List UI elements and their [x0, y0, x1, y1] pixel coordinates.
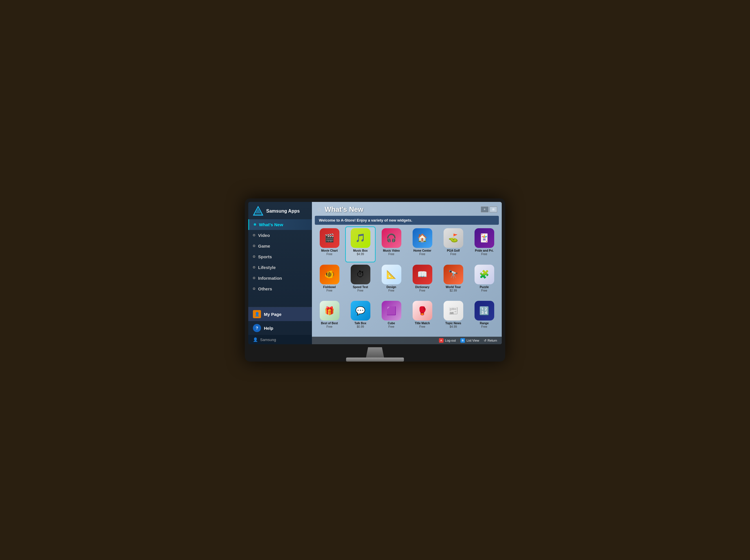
app-name-world-tour: World Tour: [446, 285, 461, 289]
app-name-fishbowl: Fishbowl: [323, 285, 336, 289]
app-icon-home-center: 🏠: [413, 228, 432, 248]
my-page-button[interactable]: 👤 My Page: [248, 307, 312, 321]
app-item-music-box[interactable]: 🎵Music Box$4.99: [346, 227, 375, 262]
logout-label: Log-out: [445, 339, 456, 342]
app-item-dictionary[interactable]: 📖DictionaryFree: [408, 263, 437, 298]
app-price-dictionary: Free: [419, 289, 425, 292]
nav-items: What's New Video Game Sports: [248, 219, 312, 307]
app-item-title-match[interactable]: 🥊Title MatchFree: [408, 300, 437, 334]
user-icon: 👤: [253, 337, 258, 342]
return-icon: ↺: [484, 339, 487, 342]
nav-item-information[interactable]: Information: [248, 273, 312, 283]
app-item-puzzle[interactable]: 🧩PuzzleFree: [470, 263, 499, 298]
app-price-fishbowl: Free: [327, 289, 333, 292]
app-name-range: Range: [480, 322, 489, 325]
app-item-best-of-best[interactable]: 🎁Best of BestFree: [315, 300, 344, 334]
main-header: ☆ What's New ≡ ⊞: [312, 202, 502, 216]
app-item-movie-chart[interactable]: 🎬Movie ChartFree: [315, 227, 344, 262]
app-icon-speed-test: ⏱: [351, 265, 370, 284]
app-name-pga-golf: PGA Golf: [447, 249, 459, 253]
app-item-home-center[interactable]: 🏠Home CenterFree: [408, 227, 437, 262]
app-price-world-tour: $2.99: [450, 289, 457, 292]
welcome-banner: Welcome to A-Store! Enjoy a variety of n…: [315, 216, 499, 225]
app-name-title-match: Title Match: [415, 322, 430, 325]
help-label: Help: [264, 326, 273, 331]
app-price-movie-chart: Free: [327, 253, 333, 256]
nav-label: Others: [258, 286, 272, 291]
app-icon-talk-box: 💬: [351, 301, 370, 320]
nav-bullet: [254, 223, 256, 226]
app-icon-design: 📐: [382, 265, 401, 284]
app-name-design: Design: [387, 285, 396, 289]
nav-item-lifestyle[interactable]: Lifestyle: [248, 262, 312, 273]
app-icon-music-box: 🎵: [351, 228, 370, 248]
list-view-label: List View: [467, 339, 479, 342]
star-icon: ☆: [317, 206, 322, 213]
app-item-music-video[interactable]: 🎧Music VideoFree: [377, 227, 406, 262]
app-name-music-video: Music Video: [383, 249, 400, 253]
app-item-topic-news[interactable]: 📰Topic News$4.99: [439, 300, 468, 334]
my-page-label: My Page: [264, 312, 281, 317]
app-name-dictionary: Dictionary: [415, 285, 429, 289]
app-name-speed-test: Speed Test: [353, 285, 368, 289]
app-name-cube: Cube: [388, 322, 395, 325]
app-name-pride-pri: Pride and Pri.: [475, 249, 493, 253]
bottom-bar: A Log-out B List View ↺ Return: [312, 337, 502, 344]
app-item-fishbowl[interactable]: 🐠FishbowlFree: [315, 263, 344, 298]
app-price-range: Free: [481, 325, 487, 328]
app-item-world-tour[interactable]: 🔭World Tour$2.99: [439, 263, 468, 298]
view-toggle: ≡ ⊞: [481, 206, 497, 212]
list-view-action[interactable]: B List View: [460, 338, 479, 343]
app-item-cube[interactable]: 🟪CubeFree: [377, 300, 406, 334]
nav-item-video[interactable]: Video: [248, 230, 312, 241]
app-item-range[interactable]: 🔢RangeFree: [470, 300, 499, 334]
logout-action[interactable]: A Log-out: [439, 338, 456, 343]
app-icon-music-video: 🎧: [382, 228, 401, 248]
logo-text: Samsung Apps: [266, 208, 300, 214]
app-price-design: Free: [388, 289, 394, 292]
app-price-puzzle: Free: [481, 289, 487, 292]
sidebar-bottom: 👤 My Page ? Help 👤 Samsung: [248, 307, 312, 344]
nav-item-sports[interactable]: Sports: [248, 252, 312, 262]
nav-label: Video: [258, 233, 270, 238]
app-price-cube: Free: [388, 325, 394, 328]
app-item-design[interactable]: 📐DesignFree: [377, 263, 406, 298]
sidebar-logo: Samsung Apps: [248, 202, 312, 219]
nav-bullet: [253, 245, 255, 247]
app-item-speed-test[interactable]: ⏱Speed TestFree: [346, 263, 375, 298]
nav-bullet: [253, 234, 255, 236]
nav-label: Game: [258, 243, 270, 248]
app-name-topic-news: Topic News: [445, 322, 461, 325]
app-icon-dictionary: 📖: [413, 265, 432, 284]
app-price-best-of-best: Free: [327, 325, 333, 328]
app-icon-range: 🔢: [475, 301, 494, 320]
nav-bullet: [253, 266, 255, 268]
app-price-home-center: Free: [419, 253, 425, 256]
nav-label: What's New: [259, 222, 283, 227]
app-name-home-center: Home Center: [413, 249, 431, 253]
nav-bullet: [253, 277, 255, 279]
app-item-pga-golf[interactable]: ⛳PGA GolfFree: [439, 227, 468, 262]
return-button[interactable]: ↺ Return: [484, 339, 497, 342]
tv-stand: [245, 347, 505, 362]
a-button: A: [439, 338, 443, 343]
nav-item-game[interactable]: Game: [248, 241, 312, 252]
nav-label: Lifestyle: [258, 265, 276, 270]
list-view-button[interactable]: ≡: [481, 206, 489, 212]
app-price-pga-golf: Free: [450, 253, 456, 256]
nav-item-others[interactable]: Others: [248, 283, 312, 294]
sidebar: Samsung Apps What's New Video Game: [248, 202, 312, 344]
app-name-music-box: Music Box: [353, 249, 368, 253]
app-item-talk-box[interactable]: 💬Talk Box$0.99: [346, 300, 375, 334]
app-item-pride-pri[interactable]: 🃏Pride and Pri.Free: [470, 227, 499, 262]
app-price-speed-test: Free: [357, 289, 363, 292]
app-price-talk-box: $0.99: [357, 325, 364, 328]
nav-item-whats-new[interactable]: What's New: [248, 219, 312, 230]
app-name-talk-box: Talk Box: [354, 322, 366, 325]
b-button: B: [460, 338, 465, 343]
grid-view-button[interactable]: ⊞: [490, 206, 497, 212]
app-icon-title-match: 🥊: [413, 301, 432, 320]
help-button[interactable]: ? Help: [248, 321, 312, 335]
my-page-icon: 👤: [253, 310, 261, 318]
app-grid: 🎬Movie ChartFree🎵Music Box$4.99🎧Music Vi…: [312, 225, 502, 337]
